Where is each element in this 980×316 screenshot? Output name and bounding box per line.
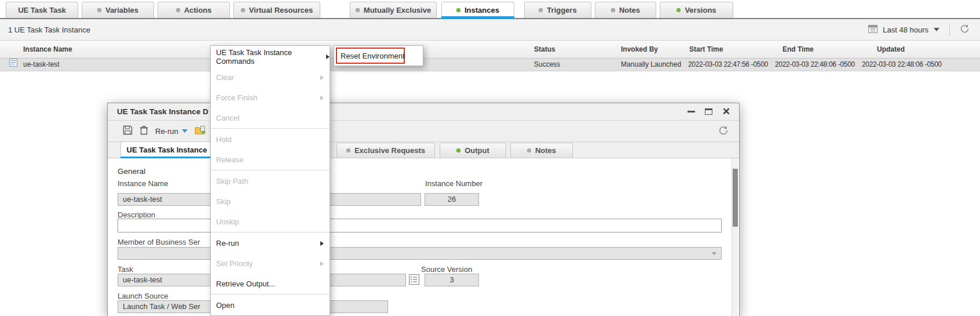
menu-item-clear[interactable]: Clear [211, 67, 330, 88]
menu-item-hold[interactable]: Hold [211, 129, 330, 150]
menu-item-cancel[interactable]: Cancel [211, 108, 330, 128]
member-of-business-services-field[interactable] [118, 247, 722, 260]
status-dot-icon [539, 8, 543, 12]
task-instance-icon [9, 59, 17, 71]
col-status[interactable]: Status [534, 41, 555, 58]
maximize-button[interactable] [705, 108, 712, 115]
instance-number-label: Instance Number [425, 179, 482, 188]
dialog-scrollbar[interactable] [732, 158, 738, 316]
col-end-time[interactable]: End Time [782, 41, 814, 58]
status-dot-icon [456, 148, 460, 152]
tab-virtual-resources[interactable]: Virtual Resources [233, 2, 320, 18]
status-dot-icon [176, 8, 180, 12]
rerun-button[interactable]: Re-run [155, 127, 188, 136]
description-field[interactable] [118, 219, 722, 233]
launch-source-label: Launch Source [118, 292, 168, 300]
menu-header-commands[interactable]: UE Task Task Instance Commands [211, 46, 330, 67]
menu-item-skip-path[interactable]: Skip Path [211, 171, 330, 191]
tab-instances[interactable]: Instances [441, 2, 514, 18]
dialog-tab-exclusive-requests[interactable]: Exclusive Requests [337, 143, 435, 158]
cell-start-time: 2022-03-03 22:47:56 -0500 [688, 59, 768, 71]
dialog-tab-output[interactable]: Output [440, 143, 506, 158]
tab-label: Notes [535, 146, 556, 155]
col-start-time[interactable]: Start Time [689, 41, 723, 58]
col-instance-name[interactable]: Instance Name [23, 41, 72, 58]
menu-item-open[interactable]: Open [211, 295, 330, 315]
instance-number-field[interactable]: 26 [425, 193, 479, 206]
tab-label: Triggers [547, 6, 576, 14]
tab-versions[interactable]: Versions [660, 2, 733, 18]
window-controls: ✕ [688, 108, 730, 116]
tab-label: Output [465, 146, 489, 155]
dialog-toolbar: Re-run F [108, 121, 739, 142]
tab-notes[interactable]: Notes [595, 2, 656, 18]
dialog-titlebar[interactable]: UE Task Task Instance D ✕ [108, 103, 739, 121]
status-dot-icon [677, 8, 681, 12]
dialog-refresh-icon[interactable] [718, 125, 729, 138]
col-updated[interactable]: Updated [877, 41, 905, 58]
refresh-icon[interactable] [960, 24, 970, 36]
table-header: Instance Name Status Invoked By Start Ti… [0, 41, 980, 59]
cell-status-link[interactable]: Success [534, 59, 560, 71]
status-dot-icon [356, 8, 360, 12]
status-dot-icon [346, 148, 350, 152]
close-button[interactable]: ✕ [722, 108, 730, 116]
menu-item-re-run[interactable]: Re-run [211, 233, 330, 253]
output-folder-icon[interactable] [195, 125, 206, 137]
menu-item-set-priority[interactable]: Set Priority [211, 253, 330, 274]
tab-label: Mutually Exclusive [364, 6, 431, 14]
chevron-down-icon[interactable] [934, 28, 939, 31]
task-lookup-icon[interactable] [409, 274, 419, 287]
delete-icon[interactable] [140, 125, 148, 137]
time-filter-value[interactable]: Last 48 hours [883, 26, 928, 34]
minimize-button[interactable] [688, 111, 695, 112]
status-dot-icon [241, 8, 245, 12]
instance-name-label: Instance Name [118, 179, 168, 188]
description-label: Description [118, 210, 155, 219]
status-dot-icon [97, 8, 101, 12]
tab-variables[interactable]: Variables [82, 2, 154, 18]
menu-item-reset-environment[interactable]: Reset Environment [336, 48, 405, 64]
tab-ue-task-task[interactable]: UE Task Task [6, 2, 78, 18]
dialog-form: General Instance Name ue-task-test Insta… [108, 158, 739, 316]
tab-label: UE Task Task Instance [127, 146, 207, 154]
active-tab-underline [441, 16, 514, 19]
submenu-arrow-icon [320, 75, 324, 80]
member-of-business-services-label: Member of Business Ser [118, 238, 200, 246]
tab-actions[interactable]: Actions [158, 2, 230, 18]
table-row[interactable]: ue-task-test Success Manually Launched 2… [0, 59, 980, 71]
menu-item-unskip[interactable]: Unskip [211, 212, 330, 232]
save-icon[interactable] [123, 125, 133, 137]
cell-instance-name[interactable]: ue-task-test [23, 59, 60, 71]
tab-mutually-exclusive[interactable]: Mutually Exclusive [350, 2, 437, 18]
calendar-icon[interactable] [868, 24, 877, 35]
context-menu: UE Task Task Instance Commands Clear For… [210, 45, 330, 316]
source-version-label: Source Version [421, 265, 472, 274]
status-dot-icon [611, 8, 615, 12]
status-dot-icon [456, 8, 460, 12]
chevron-down-icon [182, 129, 188, 133]
scrollbar-thumb[interactable] [733, 169, 738, 227]
dialog-tab-instance[interactable]: UE Task Task Instance [120, 141, 213, 158]
menu-item-retrieve-output[interactable]: Retrieve Output... [211, 274, 330, 294]
tab-label: Instances [465, 6, 499, 14]
col-invoked-by[interactable]: Invoked By [621, 41, 658, 58]
dialog-title: UE Task Task Instance D [117, 107, 209, 116]
list-toolbar: 1 UE Task Task Instance Last 48 hours [0, 19, 980, 41]
menu-item-skip[interactable]: Skip [211, 191, 330, 212]
task-label: Task [118, 265, 133, 274]
dropdown-caret-icon[interactable] [712, 252, 716, 255]
rerun-label: Re-run [155, 127, 178, 136]
source-version-field[interactable]: 3 [425, 274, 479, 286]
menu-item-force-finish[interactable]: Force Finish [211, 88, 330, 108]
dialog-tab-notes[interactable]: Notes [510, 143, 573, 158]
status-dot-icon [527, 148, 531, 152]
tab-label: Variables [105, 6, 138, 14]
cell-invoked-by: Manually Launched [621, 59, 681, 71]
submenu-arrow-icon [320, 261, 324, 266]
menu-item-release[interactable]: Release [211, 150, 330, 170]
submenu-arrow-icon [326, 55, 330, 59]
menu-header-label: UE Task Task Instance Commands [216, 48, 318, 66]
cell-updated: 2022-03-03 22:48:06 -0500 [862, 59, 942, 71]
tab-triggers[interactable]: Triggers [524, 2, 591, 18]
